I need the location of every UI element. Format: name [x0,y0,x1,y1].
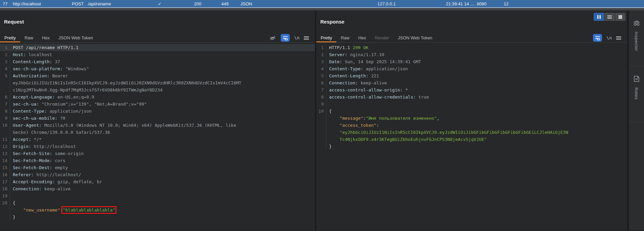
line-number [316,115,326,122]
editor-line: 6Connection: keep-alive [316,79,627,86]
editor-line: 5Authorization: Bearer [0,72,315,79]
tab-hex[interactable]: Hex [354,33,370,42]
line-number: 18 [0,185,10,192]
tab-json-web-token[interactable]: JSON Web Token [394,33,437,42]
editor-line: 4sec-ch-ua-platform: "Windows" [0,65,315,72]
row-status-code: 200 [194,1,201,6]
editor-line: } [0,214,315,221]
request-tab-icons: \n [269,33,309,42]
history-row[interactable]: 77 http://localhost POST /api/rename ✓ 2… [0,0,644,8]
response-tabbar: PrettyRawHexRenderJSON Web Token \n [316,33,627,43]
line-number: 6 [0,93,10,101]
row-mime-type: JSON [240,1,252,6]
line-number: 17 [0,178,10,185]
check-icon: ✓ [158,1,162,6]
tab-pretty[interactable]: Pretty [0,33,20,42]
editor-line: 3Date: Sun, 14 Sep 2025 14:39:41 GMT [316,58,627,65]
line-number: 16 [0,171,10,178]
right-sidebar: Inspector Notes [629,10,644,230]
row-host: http://localhost [13,1,41,6]
editor-line: 3Content-Length: 37 [0,58,315,65]
word-wrap-icon[interactable] [281,34,290,42]
row-listener: 12 [504,1,508,6]
word-wrap-icon[interactable] [593,34,602,42]
line-number: 3 [0,58,10,65]
editor-line: 6Accept-Language: en-US,en;q=0.9 [0,93,315,101]
tab-hex[interactable]: Hex [38,33,54,42]
line-number [0,79,10,86]
message-editors: Request PrettyRawHexJSON Web Token [0,10,644,230]
pause-button[interactable] [594,13,604,21]
row-length: 449 [221,1,229,6]
line-number: 12 [0,143,10,150]
rows-layout-button[interactable] [604,13,615,21]
line-number: 3 [316,58,326,65]
tab-pretty[interactable]: Pretty [316,33,336,42]
tab-raw[interactable]: Raw [20,33,38,42]
editor-line: 10User-Agent: Mozilla/5.0 (Windows NT 10… [0,122,315,129]
layout-controls [594,13,626,21]
editor-line: 7sec-ch-ua: "Chromium";v="139", "Not;A=B… [0,101,315,108]
editor-line: 15Sec-Fetch-Dest: empty [0,164,315,171]
editor-line: c1Nzg2MTkwNn0.Xgg-Npdf7MqM3JcsfSfr6VO8k6… [0,86,315,93]
editor-line: } [316,143,627,150]
sidebar-item-notes[interactable]: Notes [629,66,644,122]
sidebar-item-inspector[interactable]: Inspector [629,10,644,66]
line-number: 1 [316,44,326,51]
line-number: 14 [0,157,10,164]
hide-eye-icon[interactable] [269,35,276,41]
editor-line: "access_token": [316,122,627,129]
request-editor[interactable]: 1POST /api/rename HTTP/1.12Host: localho… [0,44,315,221]
line-number [0,129,10,136]
editor-line: 14Sec-Fetch-Mode: cors [0,157,315,164]
line-number [0,86,10,93]
line-number: 2 [0,51,10,58]
menu-icon[interactable] [304,36,309,40]
editor-line: 2Server: nginx/1.17.10 [316,51,627,58]
line-number: 8 [0,108,10,115]
editor-line: 2Host: localhost [0,51,315,58]
response-tab-icons: \n [593,33,621,42]
line-number: 11 [0,136,10,143]
line-number: 15 [0,164,10,171]
sidebar-label: Notes [634,87,639,100]
editor-line: 9 [316,101,627,108]
tab-json-web-token[interactable]: JSON Web Token [54,33,97,42]
line-number [316,143,326,150]
line-number: 20 [0,199,10,206]
line-number [0,214,10,221]
row-time: 21:39:41 14 S… [446,1,475,6]
editor-line: 5Content-Length: 221 [316,72,627,79]
editor-line: 16Referer: http://localhost/ [0,171,315,178]
editor-line: Tc4NjkxODF9.x4r3KTegBUiZbhoEuhjnvFGJnCPS… [316,136,627,143]
request-panel: Request PrettyRawHexJSON Web Token [0,10,315,230]
row-path: /api/rename [88,1,111,6]
line-number: 13 [0,150,10,157]
newline-icon[interactable]: \n [294,35,300,40]
line-number [0,206,10,214]
line-number: 6 [316,79,326,86]
editor-line: 18Connection: keep-alive [0,185,315,192]
tab-raw[interactable]: Raw [336,33,354,42]
newline-icon[interactable]: \n [606,35,612,40]
horizontal-splitter[interactable] [0,8,644,10]
response-editor[interactable]: 1HTTP/1.1 200 OK2Server: nginx/1.17.103D… [316,44,627,150]
response-title: Response [316,10,627,25]
tab-render: Render [370,33,394,42]
row-ip: 127.0.0.1 [377,1,396,6]
line-number [316,129,326,136]
maximize-button[interactable] [615,13,626,21]
line-number: 4 [316,65,326,72]
editor-line: 8Content-Type: application/json [0,108,315,115]
editor-line: 10{ [316,108,627,115]
row-id: 77 [3,1,7,6]
inspector-spy-icon [633,20,640,28]
line-number: 10 [0,122,10,129]
notes-document-icon [633,76,640,83]
line-number [316,136,326,143]
editor-line: 11Accept: */* [0,136,315,143]
editor-line: "message":"Имя пользователя изменено", [316,115,627,122]
row-port: 8080 [477,1,487,6]
editor-line: 1HTTP/1.1 200 OK [316,44,627,51]
menu-icon[interactable] [616,36,621,40]
